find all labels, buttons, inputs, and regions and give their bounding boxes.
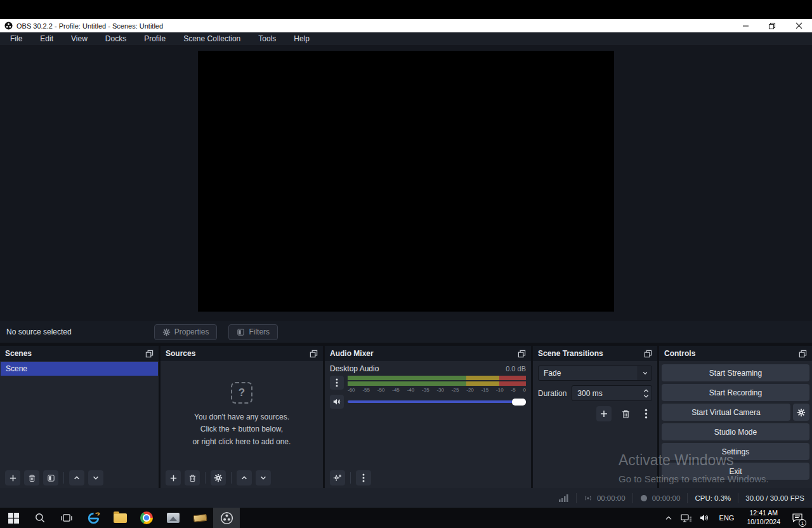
minimize-button[interactable] (732, 19, 759, 32)
restore-button[interactable] (759, 19, 785, 32)
recording-time: 00:00:00 (652, 494, 681, 502)
clock[interactable]: 12:41 AM 10/10/2024 (742, 509, 785, 526)
settings-button[interactable]: Settings (662, 443, 809, 460)
popout-icon[interactable] (518, 350, 526, 358)
toolbar-separator (350, 472, 351, 484)
virtual-camera-settings-button[interactable] (793, 404, 809, 421)
popout-icon[interactable] (310, 350, 318, 358)
close-button[interactable] (785, 19, 812, 32)
remove-scene-button[interactable] (24, 470, 39, 485)
statusbar-separator (738, 493, 738, 503)
network-tray-icon[interactable] (679, 508, 694, 528)
obs-app-window: OBS 30.2.2 - Profile: Untitled - Scenes:… (0, 0, 812, 528)
sources-panel: Sources ? You don't have any sources. Cl… (160, 346, 323, 488)
move-scene-up-button[interactable] (69, 470, 84, 485)
scene-list-item[interactable]: Scene (1, 362, 158, 376)
start-button[interactable] (0, 508, 27, 528)
menu-docks[interactable]: Docks (96, 32, 135, 45)
menu-scene-collection[interactable]: Scene Collection (174, 32, 249, 45)
scene-filters-button[interactable] (43, 470, 58, 485)
scene-transitions-header: Scene Transitions (533, 346, 657, 361)
task-view-button[interactable] (53, 508, 80, 528)
language-indicator[interactable]: ENG (714, 514, 740, 522)
source-properties-button[interactable] (211, 470, 226, 485)
chevron-down-icon (638, 366, 652, 380)
mute-button[interactable] (330, 395, 344, 409)
search-button[interactable] (27, 508, 53, 528)
menu-bar: File Edit View Docks Profile Scene Colle… (0, 32, 812, 45)
pinned-app-icon[interactable] (187, 508, 213, 528)
photos-app-icon[interactable] (160, 508, 187, 528)
volume-meter-bar (348, 376, 526, 380)
advanced-audio-properties-button[interactable] (330, 470, 345, 485)
properties-button[interactable]: Properties (154, 324, 218, 340)
action-center-button[interactable]: 1 (788, 508, 807, 528)
menu-file[interactable]: File (1, 32, 31, 45)
stream-time: 00:00:00 (597, 494, 625, 502)
volume-slider[interactable] (348, 398, 526, 406)
start-streaming-button[interactable]: Start Streaming (662, 364, 809, 381)
clock-date: 10/10/2024 (747, 518, 780, 527)
exit-button[interactable]: Exit (662, 463, 809, 480)
start-virtual-camera-button[interactable]: Start Virtual Camera (662, 404, 790, 421)
add-transition-button[interactable] (596, 406, 612, 421)
dock-area: Scenes Scene (0, 346, 812, 488)
transition-select[interactable]: Fade (538, 366, 652, 381)
sources-toolbar (160, 468, 323, 488)
obs-taskbar-icon[interactable] (213, 508, 240, 528)
internet-explorer-icon[interactable] (80, 508, 107, 528)
start-recording-button[interactable]: Start Recording (662, 384, 809, 401)
transition-selected-value: Fade (539, 369, 561, 378)
sources-panel-header: Sources (160, 346, 323, 361)
transition-properties-button[interactable] (639, 407, 652, 421)
remove-source-button[interactable] (185, 470, 200, 485)
volume-meter-bar (348, 381, 526, 386)
filters-button[interactable]: Filters (228, 324, 278, 340)
toolbar-separator (231, 472, 232, 484)
statusbar-separator (632, 493, 633, 503)
audio-channel-menu-button[interactable] (330, 376, 344, 390)
sources-empty-state: ? You don't have any sources. Click the … (160, 361, 323, 468)
move-source-up-button[interactable] (237, 470, 252, 485)
status-bar: 00:00:00 00:00:00 CPU: 0.3% 30.00 / 30.0… (0, 488, 812, 508)
program-canvas[interactable] (198, 51, 614, 312)
scenes-toolbar (0, 468, 159, 488)
add-source-button[interactable] (166, 470, 181, 485)
filters-label: Filters (249, 327, 270, 336)
controls-body: Start Streaming Start Recording Start Vi… (659, 361, 812, 488)
add-scene-button[interactable] (5, 470, 20, 485)
move-source-down-button[interactable] (256, 470, 271, 485)
fps-indicator: 30.00 / 30.00 FPS (745, 494, 804, 502)
menu-profile[interactable]: Profile (135, 32, 174, 45)
spin-down-icon[interactable] (643, 394, 649, 399)
volume-slider-handle[interactable] (512, 399, 526, 406)
menu-tools[interactable]: Tools (249, 32, 285, 45)
volume-tray-icon[interactable] (697, 508, 712, 528)
duration-value: 300 ms (572, 389, 640, 398)
popout-icon[interactable] (644, 350, 652, 358)
controls-panel-header: Controls (659, 346, 812, 361)
duration-spinbox[interactable]: 300 ms (572, 385, 652, 401)
move-scene-down-button[interactable] (88, 470, 103, 485)
sources-list[interactable]: ? You don't have any sources. Click the … (160, 361, 323, 468)
audio-mixer-panel: Audio Mixer Desktop Audio 0.0 dB (325, 346, 531, 488)
menu-view[interactable]: View (62, 32, 96, 45)
remove-transition-button[interactable] (619, 407, 632, 421)
file-explorer-icon[interactable] (107, 508, 133, 528)
scenes-list: Scene (0, 361, 159, 468)
popout-icon[interactable] (145, 350, 154, 358)
studio-mode-button[interactable]: Studio Mode (662, 423, 809, 440)
volume-slider-track (348, 400, 526, 403)
source-status-text: No source selected (6, 327, 72, 336)
preview-area (0, 45, 812, 321)
mixer-menu-button[interactable] (356, 470, 371, 485)
popout-icon[interactable] (799, 350, 807, 358)
chrome-icon[interactable] (133, 508, 160, 528)
tray-chevron-up-icon[interactable] (661, 508, 676, 528)
sources-empty-line: or right click here to add one. (193, 437, 291, 447)
spin-up-icon[interactable] (643, 388, 649, 393)
record-status-icon (640, 494, 648, 502)
statusbar-separator (576, 493, 577, 503)
menu-edit[interactable]: Edit (31, 32, 62, 45)
menu-help[interactable]: Help (285, 32, 318, 45)
